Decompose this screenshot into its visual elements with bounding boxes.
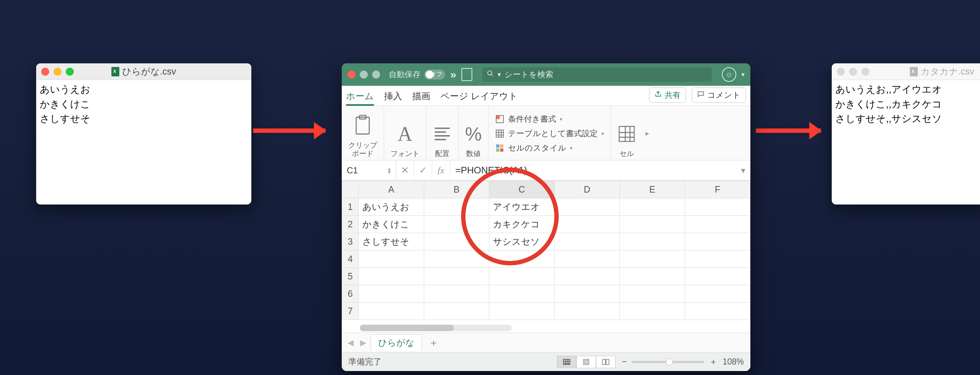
select-all-corner[interactable] bbox=[342, 181, 359, 198]
cell[interactable] bbox=[424, 251, 489, 268]
cell[interactable] bbox=[685, 233, 750, 251]
cells-group[interactable]: セル bbox=[611, 106, 643, 160]
cancel-formula-button[interactable]: ✕ bbox=[396, 160, 414, 180]
view-normal-button[interactable] bbox=[557, 356, 576, 368]
tab-home[interactable]: ホーム bbox=[346, 90, 374, 106]
maximize-icon[interactable] bbox=[66, 68, 74, 76]
horizontal-scrollbar[interactable] bbox=[360, 325, 512, 331]
titlebar[interactable]: カタカナ.csv bbox=[832, 63, 980, 80]
cell[interactable] bbox=[619, 285, 684, 303]
document-body[interactable]: あいうえお かきくけこ さしすせそ bbox=[36, 80, 251, 129]
cell[interactable] bbox=[554, 268, 619, 285]
cell[interactable] bbox=[359, 303, 424, 320]
cell[interactable]: サシスセソ bbox=[489, 233, 554, 251]
search-input[interactable]: ▾ シートを検索 bbox=[482, 67, 712, 82]
tab-draw[interactable]: 描画 bbox=[412, 90, 430, 106]
cell[interactable] bbox=[424, 303, 489, 320]
conditional-formatting-button[interactable]: 条件付き書式 ▾ bbox=[495, 114, 562, 124]
col-header[interactable]: F bbox=[685, 181, 750, 198]
cell[interactable] bbox=[619, 268, 684, 285]
zoom-slider[interactable] bbox=[632, 361, 704, 363]
cell[interactable] bbox=[554, 251, 619, 268]
comment-button[interactable]: コメント bbox=[692, 88, 746, 103]
minimize-icon[interactable] bbox=[54, 68, 62, 76]
cell[interactable] bbox=[489, 268, 554, 285]
toggle-switch-icon[interactable]: オフ bbox=[424, 70, 445, 80]
font-group[interactable]: A フォント bbox=[384, 106, 426, 160]
cell[interactable] bbox=[685, 303, 750, 320]
accept-formula-button[interactable]: ✓ bbox=[414, 160, 432, 180]
cell[interactable] bbox=[619, 198, 684, 216]
titlebar[interactable]: ひらがな.csv bbox=[36, 63, 251, 80]
maximize-icon[interactable] bbox=[372, 70, 380, 78]
fx-button[interactable]: fx bbox=[432, 160, 450, 180]
close-icon[interactable] bbox=[41, 68, 49, 76]
document-body[interactable]: あいうえお,,アイウエオ かきくけこ,,カキクケコ さしすせそ,,サシスセソ bbox=[832, 80, 980, 129]
cell[interactable] bbox=[424, 233, 489, 251]
share-button[interactable]: 共有 bbox=[649, 88, 686, 103]
zoom-in-button[interactable]: ＋ bbox=[709, 356, 718, 367]
cell[interactable] bbox=[424, 268, 489, 285]
cell[interactable] bbox=[359, 285, 424, 303]
cell[interactable] bbox=[424, 198, 489, 216]
minimize-icon[interactable] bbox=[360, 70, 368, 78]
row-header[interactable]: 6 bbox=[342, 285, 359, 303]
cell[interactable] bbox=[359, 268, 424, 285]
excel-titlebar[interactable]: 自動保存 オフ » ▾ シートを検索 ☺ ▾ bbox=[342, 63, 750, 86]
minimize-icon[interactable] bbox=[849, 68, 857, 76]
cell[interactable] bbox=[685, 198, 750, 216]
cell[interactable]: カキクケコ bbox=[489, 216, 554, 233]
cell[interactable] bbox=[554, 285, 619, 303]
cell[interactable] bbox=[489, 303, 554, 320]
name-box[interactable]: C1 ▴▾ bbox=[342, 160, 396, 180]
cell[interactable] bbox=[685, 285, 750, 303]
cell[interactable] bbox=[554, 233, 619, 251]
close-icon[interactable] bbox=[347, 70, 355, 78]
cell-styles-button[interactable]: セルのスタイル ▾ bbox=[495, 143, 573, 153]
cell[interactable] bbox=[424, 216, 489, 233]
maximize-icon[interactable] bbox=[861, 68, 869, 76]
chevron-down-icon[interactable]: ▾ bbox=[741, 70, 745, 78]
cell[interactable]: あいうえお bbox=[359, 198, 424, 216]
cell[interactable] bbox=[489, 285, 554, 303]
row-header[interactable]: 4 bbox=[342, 251, 359, 268]
cell[interactable] bbox=[359, 251, 424, 268]
cell[interactable] bbox=[424, 285, 489, 303]
col-header[interactable]: B bbox=[424, 181, 489, 198]
col-header[interactable]: C bbox=[489, 181, 554, 198]
cell[interactable] bbox=[554, 216, 619, 233]
cell[interactable] bbox=[685, 268, 750, 285]
cell[interactable]: アイウエオ bbox=[489, 198, 554, 216]
row-header[interactable]: 5 bbox=[342, 268, 359, 285]
sheet-tab[interactable]: ひらがな bbox=[371, 335, 422, 351]
alignment-group[interactable]: 配置 bbox=[426, 106, 458, 160]
formula-input[interactable]: =PHONETIC(A1) bbox=[450, 165, 736, 176]
cell[interactable] bbox=[685, 251, 750, 268]
feedback-smile-icon[interactable]: ☺ bbox=[722, 67, 736, 82]
autosave-toggle[interactable]: 自動保存 オフ bbox=[389, 69, 445, 80]
formula-expand-icon[interactable]: ▾ bbox=[736, 166, 750, 176]
ribbon-scroll-right[interactable]: ▸ bbox=[643, 106, 652, 160]
row-header[interactable]: 7 bbox=[342, 303, 359, 320]
format-as-table-button[interactable]: テーブルとして書式設定 ▾ bbox=[495, 128, 604, 139]
slider-knob[interactable] bbox=[666, 358, 673, 365]
cell[interactable]: さしすせそ bbox=[359, 233, 424, 251]
zoom-value[interactable]: 108% bbox=[722, 357, 744, 367]
cell[interactable] bbox=[685, 216, 750, 233]
row-header[interactable]: 3 bbox=[342, 233, 359, 251]
col-header[interactable]: E bbox=[619, 181, 684, 198]
cell[interactable] bbox=[554, 303, 619, 320]
view-page-break-button[interactable] bbox=[596, 356, 616, 368]
number-group[interactable]: % 数値 bbox=[458, 106, 488, 160]
clipboard-group[interactable]: クリップボード bbox=[342, 106, 384, 160]
cell[interactable] bbox=[619, 216, 684, 233]
row-header[interactable]: 2 bbox=[342, 216, 359, 233]
tab-insert[interactable]: 挿入 bbox=[384, 90, 402, 106]
document-icon[interactable] bbox=[461, 68, 472, 81]
sheet-nav-next[interactable]: ▶ bbox=[358, 338, 369, 348]
col-header[interactable]: D bbox=[554, 181, 619, 198]
view-page-layout-button[interactable] bbox=[576, 356, 596, 368]
stepper-icon[interactable]: ▴▾ bbox=[388, 167, 391, 173]
tab-page-layout[interactable]: ページ レイアウト bbox=[441, 90, 518, 106]
sheet-nav-prev[interactable]: ◀ bbox=[345, 338, 356, 348]
